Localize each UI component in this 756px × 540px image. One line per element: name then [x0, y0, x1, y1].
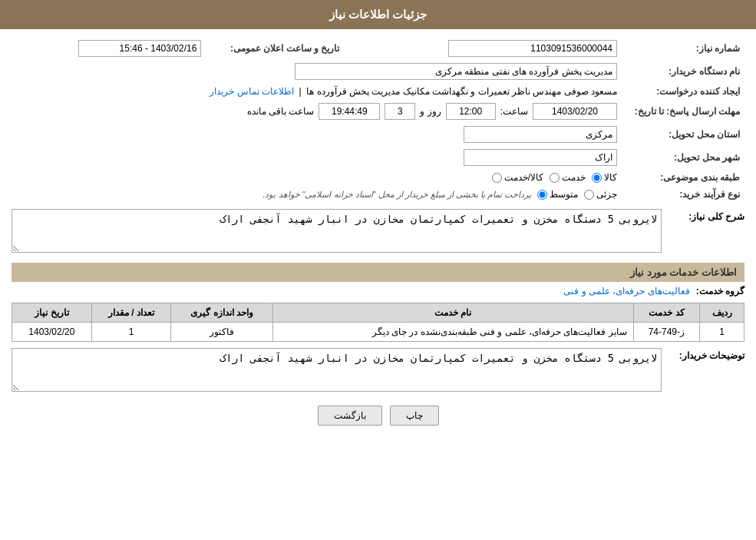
deadline-countdown-label: ساعت باقی مانده [247, 106, 315, 117]
deadline-time: 12:00 [446, 103, 496, 120]
description-textarea[interactable] [12, 209, 662, 253]
announce-label: تاریخ و ساعت اعلان عمومی: [206, 37, 344, 60]
category-khedmat-radio[interactable] [550, 173, 560, 183]
table-row: 1 ز-749-74 سایر فعالیت‌های حرفه‌ای، علمی… [12, 323, 744, 342]
purchase-jozi-label: جزئی [596, 189, 617, 200]
category-kala-label: کالا [604, 172, 617, 183]
creator-contact-link[interactable]: اطلاعات تماس خریدار [210, 86, 294, 97]
category-kala-radio[interactable] [592, 173, 602, 183]
category-row: کالا خدمت کالا/خدمت [12, 169, 622, 186]
deadline-label: مهلت ارسال پاسخ: تا تاریخ: [622, 100, 744, 123]
button-row: چاپ بازگشت [12, 406, 744, 426]
description-label: شرح کلی نیاز: [668, 209, 744, 222]
services-table: ردیف کد خدمت نام خدمت واحد اندازه گیری ت… [12, 303, 744, 342]
cell-rownum: 1 [700, 323, 744, 342]
buyer-description-container [12, 348, 662, 394]
col-date: تاریخ نیاز [12, 303, 92, 323]
print-button[interactable]: چاپ [390, 406, 439, 426]
cell-service-name: سایر فعالیت‌های حرفه‌ای، علمی و فنی طبقه… [273, 323, 634, 342]
category-option-kala: کالا [592, 172, 617, 183]
description-row: شرح کلی نیاز: [12, 209, 744, 255]
service-section-header: اطلاعات خدمات مورد نیاز [12, 263, 744, 282]
description-container [12, 209, 662, 255]
need-number-box: 1103091536000044 [448, 40, 617, 57]
buyer-description-label: توضیحات خریدار: [668, 348, 744, 361]
deadline-row: 1403/02/20 ساعت: 12:00 روز و 3 19:44:49 … [12, 100, 622, 123]
category-option-kala-khedmat: کالا/خدمت [492, 172, 543, 183]
category-kala-khedmat-radio[interactable] [492, 173, 502, 183]
purchase-type-label: نوع فرآیند خرید: [622, 186, 744, 203]
org-name-value: مدیریت پخش فرآورده های نفتی منطقه مرکزی [12, 60, 622, 83]
purchase-motovaset-label: متوسط [550, 189, 578, 200]
category-label: طبقه بندی موضوعی: [622, 169, 744, 186]
service-group-link[interactable]: فعالیت‌های حرفه‌ای، علمی و فنی [563, 286, 689, 297]
creator-label: ایجاد کننده درخواست: [622, 83, 744, 100]
purchase-option-jozi: جزئی [584, 189, 617, 200]
buyer-description-textarea[interactable] [12, 348, 662, 392]
col-unit: واحد اندازه گیری [171, 303, 273, 323]
service-group-label: گروه خدمت: [696, 286, 744, 297]
city-value: اراک [12, 146, 622, 169]
creator-row: مسعود صوفی مهندس ناظر تعمیرات و نگهداشت … [12, 83, 622, 100]
service-group-row: گروه خدمت: فعالیت‌های حرفه‌ای، علمی و فن… [12, 286, 744, 297]
category-radio-group: کالا خدمت کالا/خدمت [492, 172, 617, 183]
need-number-label: شماره نیاز: [622, 37, 744, 60]
buyer-description-row: توضیحات خریدار: [12, 348, 744, 394]
purchase-note: پرداخت تمام یا بخشی از مبلغ خریدار از مح… [262, 190, 531, 200]
deadline-date: 1403/02/20 [533, 103, 617, 120]
page-header: جزئیات اطلاعات نیاز [0, 0, 756, 29]
col-service-name: نام خدمت [273, 303, 634, 323]
category-option-khedmat: خدمت [550, 172, 586, 183]
category-kala-khedmat-label: کالا/خدمت [504, 172, 543, 183]
city-box: اراک [464, 149, 617, 166]
service-section-title: اطلاعات خدمات مورد نیاز [630, 267, 737, 278]
col-rownum: ردیف [700, 303, 744, 323]
purchase-motovaset-radio[interactable] [537, 190, 547, 200]
city-label: شهر محل تحویل: [622, 146, 744, 169]
org-name-label: نام دستگاه خریدار: [622, 60, 744, 83]
announce-value: 1403/02/16 - 15:46 [12, 37, 206, 60]
info-table: شماره نیاز: 1103091536000044 تاریخ و ساع… [12, 37, 744, 203]
province-box: مرکزی [464, 126, 617, 143]
category-khedmat-label: خدمت [562, 172, 586, 183]
cell-quantity: 1 [91, 323, 171, 342]
page-wrapper: جزئیات اطلاعات نیاز شماره نیاز: 11030915… [0, 0, 756, 540]
need-number-value: 1103091536000044 [359, 37, 622, 60]
col-service-code: کد خدمت [633, 303, 700, 323]
back-button[interactable]: بازگشت [318, 406, 382, 426]
cell-date: 1403/02/20 [12, 323, 92, 342]
deadline-countdown: 19:44:49 [319, 103, 380, 120]
province-label: استان محل تحویل: [622, 123, 744, 146]
announce-box: 1403/02/16 - 15:46 [78, 40, 201, 57]
col-quantity: تعداد / مقدار [91, 303, 171, 323]
main-content: شماره نیاز: 1103091536000044 تاریخ و ساع… [0, 29, 756, 445]
org-name-box: مدیریت پخش فرآورده های نفتی منطقه مرکزی [295, 63, 617, 80]
creator-name: مسعود صوفی مهندس ناظر تعمیرات و نگهداشت … [306, 86, 617, 97]
deadline-day-label: روز و [420, 106, 441, 117]
province-value: مرکزی [12, 123, 622, 146]
purchase-jozi-radio[interactable] [584, 190, 594, 200]
deadline-time-label: ساعت: [500, 106, 528, 117]
cell-service-code: ز-749-74 [633, 323, 700, 342]
purchase-type-row: جزئی متوسط پرداخت تمام یا بخشی از مبلغ خ… [12, 186, 622, 203]
deadline-days: 3 [385, 103, 415, 120]
page-title: جزئیات اطلاعات نیاز [329, 8, 427, 21]
cell-unit: فاکتور [171, 323, 273, 342]
purchase-option-motovaset: متوسط [537, 189, 578, 200]
